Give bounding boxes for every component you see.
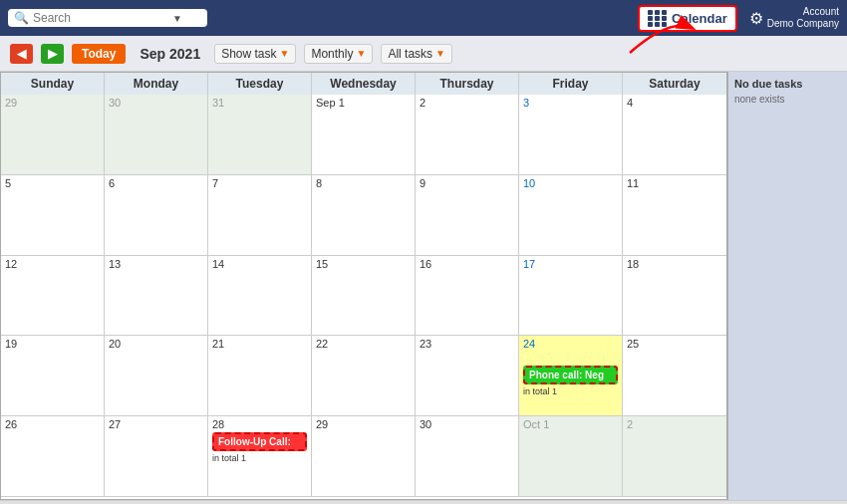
cal-cell-sep30[interactable]: 30 [416,416,519,497]
monthly-dropdown[interactable]: Monthly ▼ [304,44,373,64]
cal-cell-sep24[interactable]: 24 Phone call: Neg in total 1 [519,336,623,416]
day-num: 21 [212,338,224,350]
cal-cell-sep19[interactable]: 19 [1,336,105,416]
phone-call-event[interactable]: Phone call: Neg [523,366,618,384]
company-name: Demo Company [767,18,839,30]
day-num: 11 [627,177,639,189]
cal-cell-sep3[interactable]: 3 [519,95,623,175]
day-num: 8 [316,177,322,189]
account-info[interactable]: ⚙ Account Demo Company [749,6,839,30]
cal-cell-oct2[interactable]: 2 [623,416,726,497]
cal-cell-sep2[interactable]: 2 [416,95,519,175]
cal-cell-sep16[interactable]: 16 [416,256,519,337]
cal-cell-sep14[interactable]: 14 [208,256,312,337]
cal-cell-sep17[interactable]: 17 [519,256,623,337]
followup-call-event[interactable]: Follow-Up Call: [212,432,307,451]
day-num: 13 [109,258,121,270]
search-box[interactable]: 🔍 ▼ [8,9,207,27]
day-num: 28 [212,418,224,430]
day-num: 6 [109,177,115,189]
header-thursday: Thursday [416,73,519,95]
cal-cell-sep21[interactable]: 21 [208,336,312,416]
cal-cell-sep1[interactable]: Sep 1 [312,95,416,175]
day-num: Oct 1 [523,418,549,430]
prev-button[interactable]: ◀ [10,44,33,64]
all-tasks-dropdown[interactable]: All tasks ▼ [381,44,452,64]
day-num: 24 [523,338,535,350]
header-sunday: Sunday [1,73,105,95]
day-num: 5 [5,177,11,189]
day-num: 30 [109,97,121,109]
day-num: 12 [5,258,17,270]
cal-cell-sep15[interactable]: 15 [312,256,416,337]
cal-cell-aug30[interactable]: 30 [105,95,208,175]
day-num: 14 [212,258,224,270]
cal-cell-sep28[interactable]: 28 Follow-Up Call: in total 1 [208,416,312,497]
sidebar-empty-text: none exists [734,94,841,105]
search-icon: 🔍 [14,11,29,25]
search-input[interactable] [33,11,172,25]
calendar-main: Sunday Monday Tuesday Wednesday Thursday… [0,72,727,500]
day-num: 15 [316,258,328,270]
cal-cell-sep12[interactable]: 12 [1,256,105,337]
cal-cell-sep9[interactable]: 9 [416,175,519,256]
day-num: 18 [627,258,639,270]
search-dropdown-arrow[interactable]: ▼ [172,13,182,24]
monthly-arrow: ▼ [356,48,366,59]
header-saturday: Saturday [623,73,726,95]
gear-icon[interactable]: ⚙ [749,9,763,28]
day-num: 2 [420,97,425,109]
cal-cell-sep13[interactable]: 13 [105,256,208,337]
calendar-grid: 29 30 31 Sep 1 2 3 4 5 6 7 8 9 10 11 12 … [1,95,726,497]
show-task-label: Show task [221,47,276,61]
followup-call-total: in total 1 [212,453,307,463]
today-button[interactable]: Today [72,44,126,64]
cal-cell-sep7[interactable]: 7 [208,175,312,256]
cal-cell-sep20[interactable]: 20 [105,336,208,416]
day-num: 26 [5,418,17,430]
day-num: 22 [316,338,328,350]
cal-cell-sep27[interactable]: 27 [105,416,208,497]
day-num: 20 [109,338,121,350]
cal-cell-sep6[interactable]: 6 [105,175,208,256]
show-task-arrow: ▼ [280,48,290,59]
day-num: 29 [316,418,328,430]
account-name: Account [767,6,839,18]
cal-cell-sep23[interactable]: 23 [416,336,519,416]
cal-cell-sep29[interactable]: 29 [312,416,416,497]
day-num: 2 [627,418,633,430]
sidebar-title: No due tasks [734,78,841,90]
cal-cell-aug29[interactable]: 29 [1,95,105,175]
statusbar: Pending Show don't show | Completed Show… [0,500,847,504]
cal-cell-sep22[interactable]: 22 [312,336,416,416]
red-arrow [620,8,700,58]
cal-cell-aug31[interactable]: 31 [208,95,312,175]
cal-cell-sep25[interactable]: 25 [623,336,726,416]
day-num: 7 [212,177,218,189]
day-num: 3 [523,97,529,109]
cal-cell-oct1[interactable]: Oct 1 [519,416,623,497]
all-tasks-arrow: ▼ [435,48,445,59]
day-num: 16 [420,258,431,270]
day-num: 17 [523,258,535,270]
all-tasks-label: All tasks [388,47,432,61]
day-num: 19 [5,338,17,350]
cal-cell-sep11[interactable]: 11 [623,175,726,256]
cal-cell-sep26[interactable]: 26 [1,416,105,497]
phone-call-total: in total 1 [523,386,618,396]
cal-cell-sep4[interactable]: 4 [623,95,726,175]
day-num: 31 [212,97,224,109]
next-button[interactable]: ▶ [41,44,64,64]
cal-cell-sep10[interactable]: 10 [519,175,623,256]
day-num: 10 [523,177,535,189]
monthly-label: Monthly [311,47,353,61]
calendar-container: Sunday Monday Tuesday Wednesday Thursday… [0,72,847,500]
cal-cell-sep8[interactable]: 8 [312,175,416,256]
cal-cell-sep5[interactable]: 5 [1,175,105,256]
cal-cell-sep18[interactable]: 18 [623,256,726,337]
day-num: 30 [420,418,431,430]
month-title: Sep 2021 [140,46,200,62]
show-task-dropdown[interactable]: Show task ▼ [214,44,296,64]
header-friday: Friday [519,73,623,95]
sidebar: No due tasks none exists [727,72,847,500]
